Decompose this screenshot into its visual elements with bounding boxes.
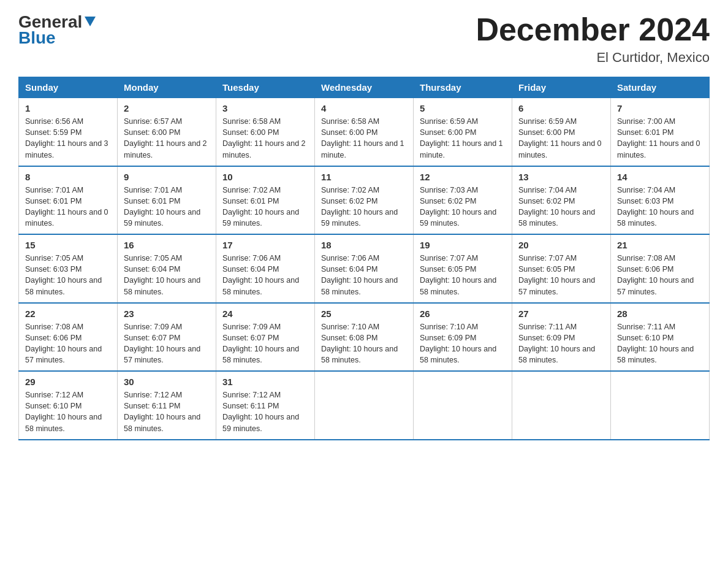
day-info: Sunrise: 7:10 AMSunset: 6:08 PMDaylight:…	[321, 321, 407, 366]
day-number: 12	[420, 172, 506, 182]
calendar-cell: 18Sunrise: 7:06 AMSunset: 6:04 PMDayligh…	[315, 234, 414, 303]
day-number: 8	[25, 172, 111, 182]
calendar-cell: 27Sunrise: 7:11 AMSunset: 6:09 PMDayligh…	[512, 303, 611, 372]
day-info: Sunrise: 6:58 AMSunset: 6:00 PMDaylight:…	[321, 116, 407, 161]
calendar-cell: 2Sunrise: 6:57 AMSunset: 6:00 PMDaylight…	[118, 98, 216, 166]
day-number: 21	[617, 240, 703, 250]
calendar-cell: 26Sunrise: 7:10 AMSunset: 6:09 PMDayligh…	[414, 303, 512, 372]
day-number: 30	[124, 377, 210, 387]
day-info: Sunrise: 7:08 AMSunset: 6:06 PMDaylight:…	[617, 253, 703, 297]
calendar-cell	[315, 371, 414, 440]
day-info: Sunrise: 7:07 AMSunset: 6:05 PMDaylight:…	[420, 253, 506, 297]
calendar-cell: 31Sunrise: 7:12 AMSunset: 6:11 PMDayligh…	[216, 371, 315, 440]
column-header-wednesday: Wednesday	[315, 77, 414, 98]
calendar-week-row: 22Sunrise: 7:08 AMSunset: 6:06 PMDayligh…	[19, 303, 710, 372]
calendar-cell: 13Sunrise: 7:04 AMSunset: 6:02 PMDayligh…	[512, 166, 611, 235]
calendar-table: SundayMondayTuesdayWednesdayThursdayFrid…	[18, 77, 710, 440]
day-number: 22	[25, 308, 111, 319]
day-info: Sunrise: 7:09 AMSunset: 6:07 PMDaylight:…	[124, 321, 210, 366]
calendar-header-row: SundayMondayTuesdayWednesdayThursdayFrid…	[19, 77, 710, 98]
day-info: Sunrise: 7:06 AMSunset: 6:04 PMDaylight:…	[222, 253, 308, 297]
day-info: Sunrise: 7:05 AMSunset: 6:03 PMDaylight:…	[25, 253, 111, 297]
day-info: Sunrise: 7:05 AMSunset: 6:04 PMDaylight:…	[124, 253, 210, 297]
calendar-week-row: 29Sunrise: 7:12 AMSunset: 6:10 PMDayligh…	[19, 371, 710, 440]
calendar-cell: 3Sunrise: 6:58 AMSunset: 6:00 PMDaylight…	[216, 98, 315, 166]
calendar-cell: 29Sunrise: 7:12 AMSunset: 6:10 PMDayligh…	[19, 371, 118, 440]
day-info: Sunrise: 7:02 AMSunset: 6:01 PMDaylight:…	[222, 185, 308, 229]
calendar-cell: 11Sunrise: 7:02 AMSunset: 6:02 PMDayligh…	[315, 166, 414, 235]
calendar-cell	[414, 371, 512, 440]
day-info: Sunrise: 7:04 AMSunset: 6:02 PMDaylight:…	[518, 185, 604, 229]
calendar-cell: 9Sunrise: 7:01 AMSunset: 6:01 PMDaylight…	[118, 166, 216, 235]
day-number: 20	[518, 240, 604, 250]
day-number: 13	[518, 172, 604, 182]
day-info: Sunrise: 7:12 AMSunset: 6:11 PMDaylight:…	[222, 389, 308, 434]
day-info: Sunrise: 7:04 AMSunset: 6:03 PMDaylight:…	[617, 185, 703, 229]
day-number: 10	[222, 172, 308, 182]
calendar-cell: 20Sunrise: 7:07 AMSunset: 6:05 PMDayligh…	[512, 234, 611, 303]
day-info: Sunrise: 7:07 AMSunset: 6:05 PMDaylight:…	[518, 253, 604, 297]
column-header-friday: Friday	[512, 77, 611, 98]
calendar-cell: 19Sunrise: 7:07 AMSunset: 6:05 PMDayligh…	[414, 234, 512, 303]
day-info: Sunrise: 6:59 AMSunset: 6:00 PMDaylight:…	[518, 116, 604, 161]
calendar-week-row: 1Sunrise: 6:56 AMSunset: 5:59 PMDaylight…	[19, 98, 710, 166]
day-info: Sunrise: 7:06 AMSunset: 6:04 PMDaylight:…	[321, 253, 407, 297]
column-header-thursday: Thursday	[414, 77, 512, 98]
calendar-cell: 4Sunrise: 6:58 AMSunset: 6:00 PMDaylight…	[315, 98, 414, 166]
day-info: Sunrise: 6:56 AMSunset: 5:59 PMDaylight:…	[25, 116, 111, 161]
column-header-monday: Monday	[118, 77, 216, 98]
day-info: Sunrise: 6:59 AMSunset: 6:00 PMDaylight:…	[420, 116, 506, 161]
day-number: 11	[321, 172, 407, 182]
day-number: 27	[518, 308, 604, 319]
calendar-week-row: 15Sunrise: 7:05 AMSunset: 6:03 PMDayligh…	[19, 234, 710, 303]
day-number: 28	[617, 308, 703, 319]
calendar-cell	[611, 371, 710, 440]
day-number: 16	[124, 240, 210, 250]
day-info: Sunrise: 7:02 AMSunset: 6:02 PMDaylight:…	[321, 185, 407, 229]
day-number: 5	[420, 103, 506, 113]
calendar-cell: 21Sunrise: 7:08 AMSunset: 6:06 PMDayligh…	[611, 234, 710, 303]
column-header-sunday: Sunday	[19, 77, 118, 98]
calendar-cell: 16Sunrise: 7:05 AMSunset: 6:04 PMDayligh…	[118, 234, 216, 303]
column-header-tuesday: Tuesday	[216, 77, 315, 98]
calendar-cell: 12Sunrise: 7:03 AMSunset: 6:02 PMDayligh…	[414, 166, 512, 235]
calendar-cell: 17Sunrise: 7:06 AMSunset: 6:04 PMDayligh…	[216, 234, 315, 303]
day-info: Sunrise: 6:58 AMSunset: 6:00 PMDaylight:…	[222, 116, 308, 161]
day-number: 9	[124, 172, 210, 182]
title-block: December 2024 El Curtidor, Mexico	[476, 12, 710, 66]
calendar-cell: 30Sunrise: 7:12 AMSunset: 6:11 PMDayligh…	[118, 371, 216, 440]
logo-blue: Blue	[18, 28, 56, 48]
month-title: December 2024	[476, 12, 710, 47]
day-number: 19	[420, 240, 506, 250]
day-number: 15	[25, 240, 111, 250]
day-number: 17	[222, 240, 308, 250]
page-header: General Blue December 2024 El Curtidor, …	[18, 12, 710, 66]
day-info: Sunrise: 6:57 AMSunset: 6:00 PMDaylight:…	[124, 116, 210, 161]
day-number: 1	[25, 103, 111, 113]
day-info: Sunrise: 7:10 AMSunset: 6:09 PMDaylight:…	[420, 321, 506, 366]
day-info: Sunrise: 7:11 AMSunset: 6:10 PMDaylight:…	[617, 321, 703, 366]
day-info: Sunrise: 7:09 AMSunset: 6:07 PMDaylight:…	[222, 321, 308, 366]
day-number: 4	[321, 103, 407, 113]
day-info: Sunrise: 7:01 AMSunset: 6:01 PMDaylight:…	[124, 185, 210, 229]
day-info: Sunrise: 7:11 AMSunset: 6:09 PMDaylight:…	[518, 321, 604, 366]
location: El Curtidor, Mexico	[476, 50, 710, 66]
day-number: 26	[420, 308, 506, 319]
calendar-cell: 8Sunrise: 7:01 AMSunset: 6:01 PMDaylight…	[19, 166, 118, 235]
day-number: 24	[222, 308, 308, 319]
calendar-cell	[512, 371, 611, 440]
calendar-cell: 28Sunrise: 7:11 AMSunset: 6:10 PMDayligh…	[611, 303, 710, 372]
calendar-cell: 15Sunrise: 7:05 AMSunset: 6:03 PMDayligh…	[19, 234, 118, 303]
day-number: 31	[222, 377, 308, 387]
day-number: 29	[25, 377, 111, 387]
calendar-cell: 7Sunrise: 7:00 AMSunset: 6:01 PMDaylight…	[611, 98, 710, 166]
day-info: Sunrise: 7:12 AMSunset: 6:11 PMDaylight:…	[124, 389, 210, 434]
day-info: Sunrise: 7:01 AMSunset: 6:01 PMDaylight:…	[25, 185, 111, 229]
day-info: Sunrise: 7:03 AMSunset: 6:02 PMDaylight:…	[420, 185, 506, 229]
calendar-week-row: 8Sunrise: 7:01 AMSunset: 6:01 PMDaylight…	[19, 166, 710, 235]
calendar-cell: 5Sunrise: 6:59 AMSunset: 6:00 PMDaylight…	[414, 98, 512, 166]
column-header-saturday: Saturday	[611, 77, 710, 98]
day-info: Sunrise: 7:12 AMSunset: 6:10 PMDaylight:…	[25, 389, 111, 434]
day-number: 23	[124, 308, 210, 319]
calendar-body: 1Sunrise: 6:56 AMSunset: 5:59 PMDaylight…	[19, 98, 710, 440]
